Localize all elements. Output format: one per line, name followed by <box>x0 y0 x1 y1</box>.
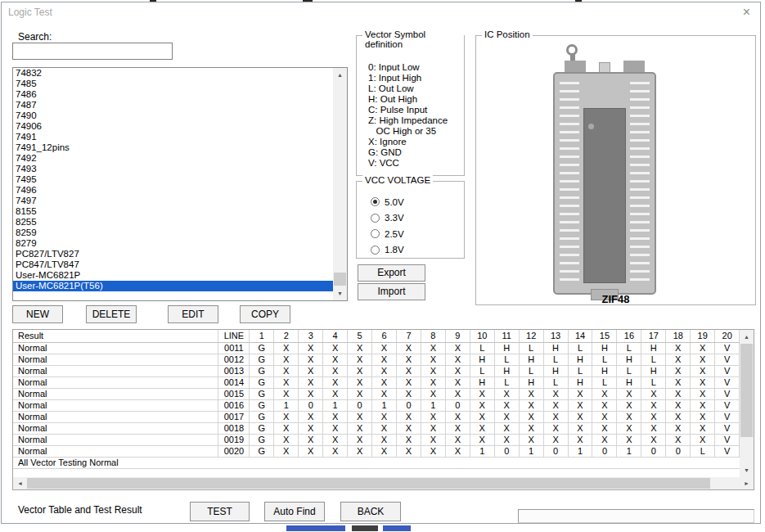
table-row[interactable]: Normal0018GXXXXXXXXXXXXXXXXXXV <box>13 423 740 435</box>
vector-cell: X <box>617 389 641 399</box>
table-row[interactable]: Normal0011GXXXXXXXXLHLHLHLHXXV <box>13 343 740 354</box>
ic-list-item[interactable]: 8255 <box>13 217 334 228</box>
vector-cell: X <box>372 435 397 445</box>
taskbar-fragment <box>383 525 411 531</box>
table-header-cell: 3 <box>299 330 323 342</box>
import-button[interactable]: Import <box>358 283 425 300</box>
ic-list-item[interactable]: 7496 <box>13 185 334 196</box>
vector-cell: X <box>641 412 666 422</box>
back-button[interactable]: BACK <box>340 502 401 521</box>
scroll-right-icon[interactable] <box>740 477 754 489</box>
table-row[interactable]: Normal0012GXXXXXXXXHLHLHLHLXXV <box>13 354 740 366</box>
ic-list-item[interactable]: 7491 <box>13 132 334 142</box>
vector-cell: L <box>641 354 666 365</box>
vector-cell: X <box>446 423 470 434</box>
vector-cell: L <box>617 343 641 354</box>
table-row[interactable]: Normal0015GXXXXXXXXXXXXXXXXXXV <box>13 389 740 400</box>
vector-cell: L <box>520 366 544 376</box>
vector-cell: X <box>446 435 470 445</box>
ic-list-item[interactable]: 7492 <box>13 153 334 164</box>
ic-list-item[interactable]: 7497 <box>13 196 334 206</box>
new-button[interactable]: NEW <box>12 305 63 323</box>
result-table-hscrollbar[interactable] <box>13 477 754 489</box>
vector-cell: X <box>446 412 470 422</box>
vector-cell: G <box>250 446 274 457</box>
vector-symbol-line: X: Ignore <box>368 137 448 147</box>
table-row[interactable]: Normal0014GXXXXXXXXHLHLHLHLXXV <box>13 377 740 389</box>
ic-list-item[interactable]: 8259 <box>13 228 334 238</box>
edit-button[interactable]: EDIT <box>168 305 218 323</box>
result-table[interactable]: ResultLINE123456789101112131415161718192… <box>12 329 754 490</box>
vector-cell: X <box>274 343 299 354</box>
vector-cell: X <box>323 366 348 376</box>
scroll-up-icon[interactable] <box>333 68 347 82</box>
ic-list-item[interactable]: 7486 <box>13 89 334 100</box>
ic-listbox[interactable]: 7483274857486748774907490674917491_12pin… <box>12 67 348 301</box>
scroll-down-icon[interactable] <box>333 286 347 300</box>
radio-icon[interactable] <box>371 229 380 238</box>
ic-list-item[interactable]: 74906 <box>13 121 334 132</box>
line-cell: 0014 <box>218 377 250 388</box>
table-header-cell: 14 <box>569 330 593 342</box>
export-button[interactable]: Export <box>358 264 425 282</box>
scroll-up-icon[interactable] <box>740 330 754 344</box>
ic-list-item[interactable]: 8155 <box>13 206 334 217</box>
ic-list-item[interactable]: 74832 <box>13 68 334 79</box>
ic-list-item[interactable]: User-MC6821P <box>13 270 334 281</box>
delete-button[interactable]: DELETE <box>86 305 137 323</box>
ic-list-item[interactable]: 7493 <box>13 164 334 174</box>
table-row[interactable]: Normal0019GXXXXXXXXXXXXXXXXXXV <box>13 435 740 446</box>
radio-icon[interactable] <box>371 246 380 255</box>
vector-cell: X <box>348 412 372 422</box>
test-button[interactable]: TEST <box>190 502 250 521</box>
vector-cell: X <box>520 389 544 399</box>
vector-cell: X <box>274 412 299 422</box>
table-row[interactable]: Normal0016G10101010XXXXXXXXXXV <box>13 400 740 412</box>
vector-cell: 1 <box>569 446 593 457</box>
ic-list-item[interactable]: PC847/LTV847 <box>13 259 334 270</box>
taskbar-fragment <box>286 525 345 531</box>
vcc-option[interactable]: 1.8V <box>371 242 404 259</box>
table-row[interactable]: Normal0017GXXXXXXXXXXXXXXXXXXV <box>13 412 740 423</box>
titlebar[interactable]: Logic Test × <box>2 2 760 22</box>
vector-cell: L <box>617 366 641 376</box>
search-input[interactable] <box>12 43 173 60</box>
close-icon[interactable]: × <box>743 5 750 20</box>
table-row[interactable]: Normal0020GXXXXXXXX101010100LV <box>13 446 740 458</box>
table-footer-text: All Vector Testing Normal <box>13 458 740 468</box>
ic-list-item[interactable]: 7491_12pins <box>13 142 334 153</box>
scroll-thumb[interactable] <box>334 273 346 286</box>
radio-icon[interactable] <box>371 214 380 223</box>
ic-list-scrollbar[interactable] <box>333 68 347 300</box>
vector-cell: L <box>470 343 495 354</box>
ic-list-item[interactable]: 7485 <box>13 79 334 89</box>
vector-cell: X <box>470 400 495 411</box>
auto-find-button[interactable]: Auto Find <box>264 502 325 521</box>
result-table-vscrollbar[interactable] <box>740 330 754 477</box>
copy-button[interactable]: COPY <box>240 305 290 323</box>
ic-list-item[interactable]: 7490 <box>13 110 334 121</box>
vector-cell: X <box>470 412 495 422</box>
ic-list-item[interactable]: 8279 <box>13 238 334 249</box>
table-row[interactable]: Normal0013GXXXXXXXXLHLHLHLHXXV <box>13 366 740 377</box>
vector-cell: X <box>421 354 446 365</box>
scroll-thumb[interactable] <box>27 478 710 489</box>
table-header-cell: 8 <box>421 330 446 342</box>
vcc-option[interactable]: 2.5V <box>371 226 404 242</box>
vcc-option[interactable]: 5.0V <box>371 194 404 210</box>
vcc-option[interactable]: 3.3V <box>371 210 404 227</box>
ic-list-item[interactable]: 7495 <box>13 174 334 185</box>
scroll-left-icon[interactable] <box>13 477 27 489</box>
ic-list-item[interactable]: PC827/LTV827 <box>13 249 334 259</box>
scroll-thumb[interactable] <box>740 344 753 437</box>
scroll-down-icon[interactable] <box>740 463 754 477</box>
vector-cell: X <box>446 389 470 399</box>
radio-icon[interactable] <box>371 197 380 206</box>
vector-symbol-line: C: Pulse Input <box>368 105 448 115</box>
footer-status-label: Vector Table and Test Result <box>18 504 142 516</box>
vector-cell: G <box>250 435 274 445</box>
vector-cell: X <box>495 435 520 445</box>
ic-list-item[interactable]: User-MC6821P(T56) <box>13 281 334 291</box>
vector-cell: H <box>592 343 617 354</box>
ic-list-item[interactable]: 7487 <box>13 100 334 110</box>
